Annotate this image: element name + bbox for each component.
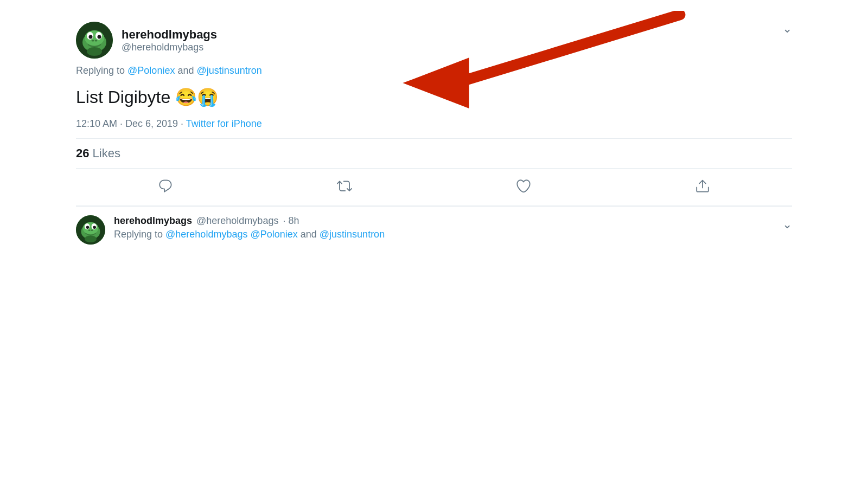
main-tweet: herehodlmybags @hereholdmybags ⌄ Replyin… <box>76 11 792 207</box>
reply-username: @hereholdmybags <box>196 215 278 227</box>
likes-row: 26 Likes <box>76 138 792 169</box>
reply-button[interactable] <box>147 173 184 199</box>
user-info: herehodlmybags @hereholdmybags <box>122 28 217 53</box>
tweet-header-left: herehodlmybags @hereholdmybags <box>76 22 217 59</box>
svg-point-18 <box>88 229 91 230</box>
svg-point-6 <box>89 35 93 39</box>
retweet-button[interactable] <box>326 173 363 199</box>
reply-time: · 8h <box>283 215 299 227</box>
tweet-actions <box>76 169 792 206</box>
retweet-icon <box>337 178 352 194</box>
svg-point-19 <box>91 229 93 230</box>
reply-tweet-content: herehodlmybags @hereholdmybags · 8h Repl… <box>114 215 792 240</box>
share-icon <box>695 178 710 194</box>
tweet-meta: 12:10 AM · Dec 6, 2019 · Twitter for iPh… <box>76 118 792 130</box>
chevron-down-icon[interactable]: ⌄ <box>782 22 792 36</box>
reply-to: Replying to @Poloniex and @justinsuntron <box>76 65 792 76</box>
svg-point-9 <box>95 40 98 42</box>
tweet-header: herehodlmybags @hereholdmybags ⌄ <box>76 22 792 59</box>
heart-icon <box>516 178 531 194</box>
svg-point-8 <box>92 40 94 42</box>
reply-to-justinsuntron[interactable]: @justinsuntron <box>196 65 261 76</box>
reply-chevron-icon[interactable]: ⌄ <box>782 217 792 232</box>
svg-point-17 <box>93 226 96 229</box>
svg-point-16 <box>86 226 90 229</box>
avatar <box>76 22 113 59</box>
username: @hereholdmybags <box>122 42 217 53</box>
reply-tweet-header: herehodlmybags @hereholdmybags · 8h <box>114 215 792 227</box>
reply-to-self[interactable]: @hereholdmybags <box>165 229 247 240</box>
reply-to-poloniex[interactable]: @Poloniex <box>127 65 175 76</box>
tweet-text: List Digibyte 😂😭 <box>76 85 792 110</box>
svg-point-7 <box>98 35 101 39</box>
svg-point-20 <box>85 235 97 242</box>
reply-to-poloniex2[interactable]: @Poloniex <box>250 229 300 240</box>
reply-to-justinsuntron2[interactable]: @justinsuntron <box>320 229 385 240</box>
reply-text: Replying to @hereholdmybags @Poloniex an… <box>114 229 792 240</box>
reply-display-name: herehodlmybags <box>114 215 192 227</box>
display-name: herehodlmybags <box>122 28 217 42</box>
like-button[interactable] <box>505 173 542 199</box>
svg-point-10 <box>87 47 102 56</box>
source-link[interactable]: Twitter for iPhone <box>186 118 262 129</box>
reply-tweet: herehodlmybags @hereholdmybags · 8h Repl… <box>76 207 792 253</box>
reply-avatar <box>76 215 105 245</box>
reply-icon <box>158 178 173 194</box>
share-button[interactable] <box>684 173 721 199</box>
